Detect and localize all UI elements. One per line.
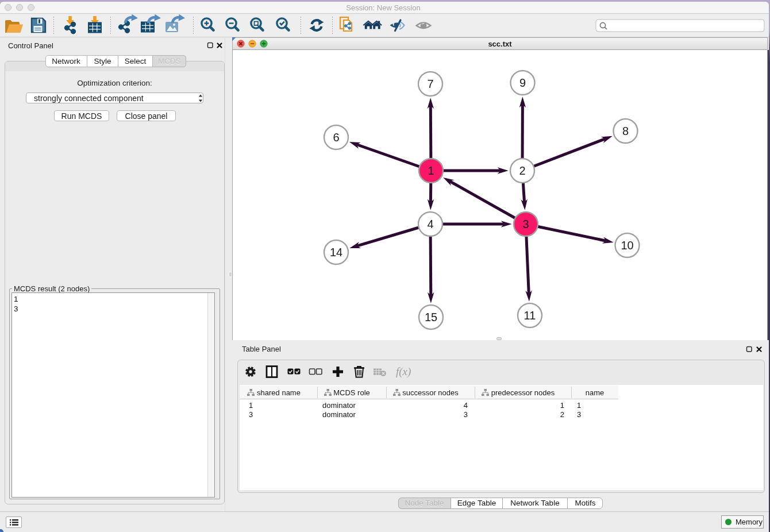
svg-text:7: 7 [427, 78, 433, 90]
svg-text:6: 6 [333, 131, 339, 144]
svg-text:8: 8 [622, 125, 629, 137]
svg-text:14: 14 [330, 246, 342, 259]
svg-text:10: 10 [621, 239, 633, 252]
svg-text:2: 2 [519, 164, 525, 177]
svg-text:9: 9 [519, 76, 526, 89]
svg-text:1: 1 [428, 164, 434, 177]
svg-text:4: 4 [427, 218, 433, 230]
svg-text:11: 11 [524, 309, 536, 322]
svg-text:15: 15 [425, 311, 437, 323]
svg-text:3: 3 [522, 218, 529, 230]
